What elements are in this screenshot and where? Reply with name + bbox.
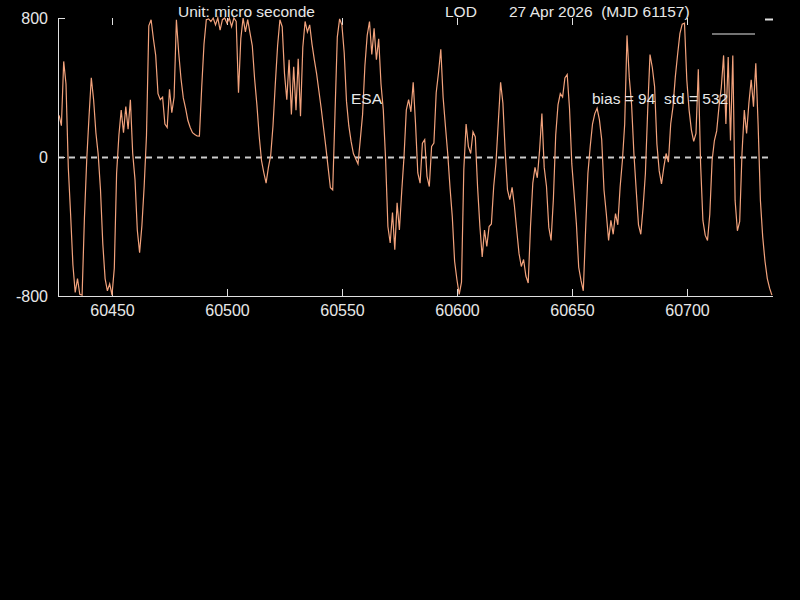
x-tick-label: 60650 — [550, 302, 595, 319]
x-tick-label: 60600 — [435, 302, 480, 319]
esa-annotation: ESA — [351, 90, 382, 107]
x-tick-label: 60450 — [90, 302, 135, 319]
x-tick-label: 60500 — [205, 302, 250, 319]
y-tick-label: 800 — [21, 10, 48, 27]
y-tick-label: 0 — [39, 149, 48, 166]
x-tick-label: 60700 — [665, 302, 710, 319]
series-title: LOD — [445, 3, 477, 20]
date-title: 27 Apr 2026 (MJD 61157) — [509, 3, 690, 20]
unit-title: Unit: micro seconde — [178, 3, 315, 20]
plot-window: 6045060500605506060060650607008000-800 U… — [0, 0, 800, 600]
stats-annotation: bias = 94 std = 532 — [592, 90, 728, 107]
y-tick-label: -800 — [16, 288, 48, 305]
x-tick-label: 60550 — [320, 302, 365, 319]
